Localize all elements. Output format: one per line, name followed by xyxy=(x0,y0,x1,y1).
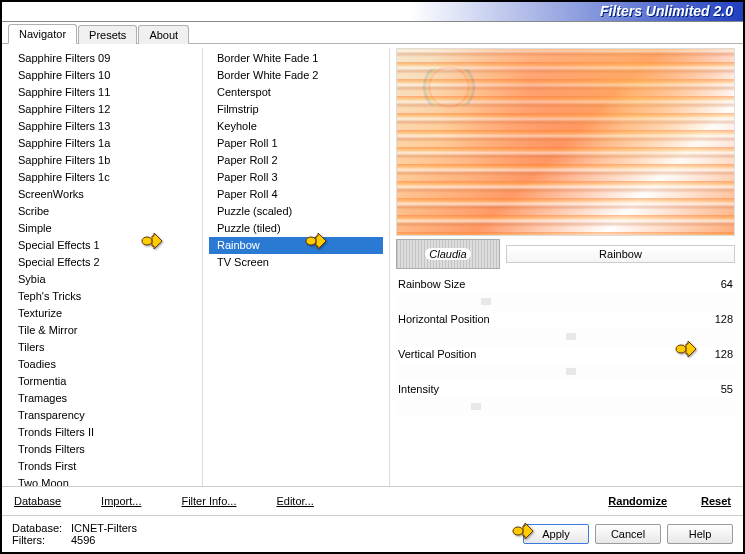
category-item[interactable]: ScreenWorks xyxy=(10,186,196,203)
category-item[interactable]: Scribe xyxy=(10,203,196,220)
status-filters-value: 4596 xyxy=(71,534,95,546)
tab-row: Navigator Presets About xyxy=(2,23,743,44)
editor-link[interactable]: Editor... xyxy=(274,493,315,509)
cancel-button[interactable]: Cancel xyxy=(595,524,661,544)
category-item[interactable]: Tronds First xyxy=(10,458,196,475)
status-filters-label: Filters: xyxy=(12,534,67,546)
filter-item[interactable]: Puzzle (tiled) xyxy=(209,220,383,237)
param-row: Rainbow Size64 xyxy=(396,276,735,293)
filter-item[interactable]: Puzzle (scaled) xyxy=(209,203,383,220)
filter-list[interactable]: Border White Fade 1Border White Fade 2Ce… xyxy=(209,48,383,486)
import-link[interactable]: Import... xyxy=(99,493,143,509)
category-item[interactable]: Sapphire Filters 09 xyxy=(10,50,196,67)
reset-link[interactable]: Reset xyxy=(699,493,733,509)
param-label: Vertical Position xyxy=(398,347,476,362)
category-item[interactable]: Simple xyxy=(10,220,196,237)
current-filter-name: Rainbow xyxy=(506,245,735,263)
tab-presets[interactable]: Presets xyxy=(78,25,137,44)
category-item[interactable]: Sybia xyxy=(10,271,196,288)
category-item[interactable]: Toadies xyxy=(10,356,196,373)
category-list[interactable]: Sapphire Filters 09Sapphire Filters 10Sa… xyxy=(10,48,196,486)
param-slider[interactable] xyxy=(396,293,735,311)
category-item[interactable]: Sapphire Filters 1c xyxy=(10,169,196,186)
param-value: 55 xyxy=(721,382,733,397)
category-item[interactable]: Special Effects 2 xyxy=(10,254,196,271)
category-item[interactable]: Teph's Tricks xyxy=(10,288,196,305)
main-area: Sapphire Filters 09Sapphire Filters 10Sa… xyxy=(2,44,743,486)
category-column: Sapphire Filters 09Sapphire Filters 10Sa… xyxy=(10,48,196,486)
filter-item[interactable]: Filmstrip xyxy=(209,101,383,118)
title-bar: Filters Unlimited 2.0 xyxy=(2,2,743,22)
category-item[interactable]: Tormentia xyxy=(10,373,196,390)
category-item[interactable]: Texturize xyxy=(10,305,196,322)
category-item[interactable]: Tramages xyxy=(10,390,196,407)
category-item[interactable]: Two Moon xyxy=(10,475,196,486)
filter-item[interactable]: Paper Roll 1 xyxy=(209,135,383,152)
help-button[interactable]: Help xyxy=(667,524,733,544)
tab-about[interactable]: About xyxy=(138,25,189,44)
param-slider[interactable] xyxy=(396,398,735,416)
param-value: 64 xyxy=(721,277,733,292)
param-row: Horizontal Position128 xyxy=(396,311,735,328)
filter-item[interactable]: Rainbow xyxy=(209,237,383,254)
preview-image xyxy=(396,48,735,236)
category-item[interactable]: Tile & Mirror xyxy=(10,322,196,339)
filter-item[interactable]: TV Screen xyxy=(209,254,383,271)
bottom-button-row: Database: ICNET-Filters Filters: 4596 Ap… xyxy=(2,515,743,552)
param-row: Intensity55 xyxy=(396,381,735,398)
apply-button[interactable]: Apply xyxy=(523,524,589,544)
status-bar: Database: ICNET-Filters Filters: 4596 xyxy=(12,522,202,546)
filter-info-link[interactable]: Filter Info... xyxy=(179,493,238,509)
category-item[interactable]: Sapphire Filters 11 xyxy=(10,84,196,101)
param-value: 128 xyxy=(715,312,733,327)
param-value: 128 xyxy=(715,347,733,362)
category-item[interactable]: Sapphire Filters 10 xyxy=(10,67,196,84)
filter-item[interactable]: Paper Roll 2 xyxy=(209,152,383,169)
filter-item[interactable]: Centerspot xyxy=(209,84,383,101)
filter-item[interactable]: Border White Fade 2 xyxy=(209,67,383,84)
param-label: Intensity xyxy=(398,382,439,397)
tab-navigator[interactable]: Navigator xyxy=(8,24,77,44)
window: Filters Unlimited 2.0 Navigator Presets … xyxy=(2,2,743,552)
divider xyxy=(389,48,390,486)
filter-name-row: Claudia Rainbow xyxy=(396,238,735,270)
param-label: Horizontal Position xyxy=(398,312,490,327)
category-item[interactable]: Sapphire Filters 13 xyxy=(10,118,196,135)
parameter-panel: Rainbow Size64Horizontal Position128Vert… xyxy=(396,276,735,486)
category-item[interactable]: Sapphire Filters 1b xyxy=(10,152,196,169)
app-title: Filters Unlimited 2.0 xyxy=(600,3,733,19)
param-slider[interactable] xyxy=(396,328,735,346)
filter-item[interactable]: Paper Roll 3 xyxy=(209,169,383,186)
status-db-label: Database: xyxy=(12,522,67,534)
randomize-link[interactable]: Randomize xyxy=(606,493,669,509)
category-item[interactable]: Sapphire Filters 1a xyxy=(10,135,196,152)
status-db-value: ICNET-Filters xyxy=(71,522,137,534)
category-item[interactable]: Tilers xyxy=(10,339,196,356)
link-button-row: Database Import... Filter Info... Editor… xyxy=(2,486,743,515)
param-row: Vertical Position128 xyxy=(396,346,735,363)
filter-column: Border White Fade 1Border White Fade 2Ce… xyxy=(209,48,383,486)
param-label: Rainbow Size xyxy=(398,277,465,292)
database-link[interactable]: Database xyxy=(12,493,63,509)
category-item[interactable]: Tronds Filters II xyxy=(10,424,196,441)
preview-column: Claudia Rainbow Rainbow Size64Horizontal… xyxy=(396,48,735,486)
filter-item[interactable]: Keyhole xyxy=(209,118,383,135)
category-item[interactable]: Sapphire Filters 12 xyxy=(10,101,196,118)
category-item[interactable]: Transparency xyxy=(10,407,196,424)
param-slider[interactable] xyxy=(396,363,735,381)
category-item[interactable]: Special Effects 1 xyxy=(10,237,196,254)
logo-badge: Claudia xyxy=(396,239,500,269)
category-item[interactable]: Tronds Filters xyxy=(10,441,196,458)
filter-item[interactable]: Paper Roll 4 xyxy=(209,186,383,203)
filter-item[interactable]: Border White Fade 1 xyxy=(209,50,383,67)
divider xyxy=(202,48,203,486)
